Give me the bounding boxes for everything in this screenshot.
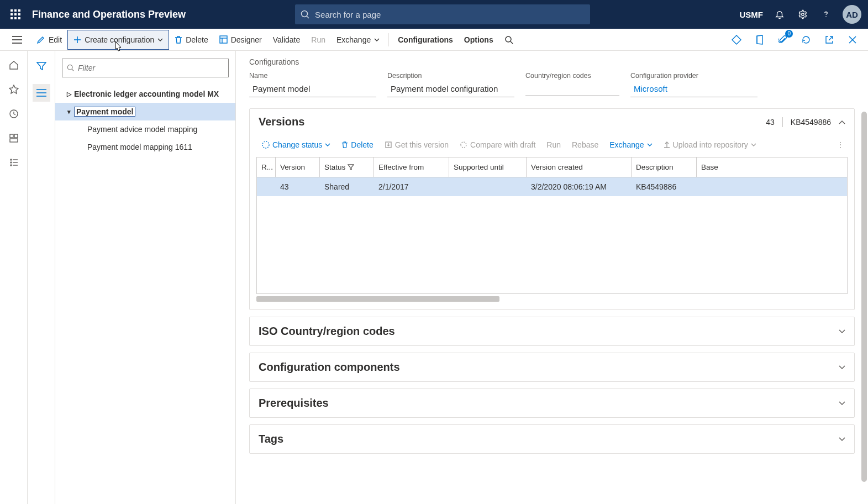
tree-item-label: Payment model xyxy=(74,107,135,117)
col-effective[interactable]: Effective from xyxy=(374,158,449,177)
close-icon[interactable] xyxy=(844,31,861,49)
search-input[interactable] xyxy=(315,10,585,19)
field-label: Configuration provider xyxy=(630,72,757,80)
col-base[interactable]: Base xyxy=(697,158,847,177)
office-icon[interactable] xyxy=(751,31,769,49)
company-label[interactable]: USMF xyxy=(740,10,764,19)
chevron-down-icon xyxy=(374,38,380,41)
clock-icon[interactable] xyxy=(7,107,20,120)
tree-filter[interactable] xyxy=(62,59,229,77)
col-status[interactable]: Status xyxy=(320,158,374,177)
versions-count: 43 xyxy=(766,118,775,127)
tree-item-payment-model[interactable]: ▾ Payment model xyxy=(55,103,235,120)
section-title: Tags xyxy=(259,433,283,445)
cell-base xyxy=(697,183,847,190)
filter-icon[interactable] xyxy=(33,57,50,75)
plus-icon xyxy=(73,36,81,44)
cell-description: KB4549886 xyxy=(632,179,697,195)
configurations-label: Configurations xyxy=(398,35,453,44)
field-value[interactable] xyxy=(525,82,619,96)
diamond-icon[interactable] xyxy=(728,31,745,49)
tree-filter-input[interactable] xyxy=(78,64,224,72)
svg-rect-30 xyxy=(10,139,18,142)
search-icon xyxy=(504,35,513,44)
cell-effective: 2/1/2017 xyxy=(374,179,449,195)
help-icon[interactable] xyxy=(819,8,833,21)
star-icon[interactable] xyxy=(7,83,20,96)
versions-section: Versions 43 KB4549886 Change status Dele… xyxy=(249,108,855,310)
popout-icon[interactable] xyxy=(820,31,838,49)
vertical-scrollbar[interactable] xyxy=(861,112,867,487)
col-version[interactable]: Version xyxy=(276,158,320,177)
svg-line-23 xyxy=(511,41,513,44)
exchange-label: Exchange xyxy=(336,35,371,44)
delete-button[interactable]: Delete xyxy=(169,30,213,50)
svg-rect-28 xyxy=(10,134,13,138)
command-search-button[interactable] xyxy=(499,30,519,50)
field-value[interactable]: Microsoft xyxy=(630,82,757,97)
version-delete-button[interactable]: Delete xyxy=(338,138,376,151)
options-label: Options xyxy=(464,35,493,44)
modules-icon[interactable] xyxy=(7,156,20,169)
body: ▷ Electronic ledger accounting model MX … xyxy=(0,51,868,504)
version-exchange-button[interactable]: Exchange xyxy=(606,138,655,151)
designer-button[interactable]: Designer xyxy=(214,30,267,50)
avatar[interactable]: AD xyxy=(843,5,861,24)
svg-rect-2 xyxy=(18,9,20,12)
col-description[interactable]: Description xyxy=(632,158,697,177)
table-row[interactable]: 43 Shared 2/1/2017 3/2/2020 08:06:19 AM … xyxy=(257,177,847,196)
tree-item-payment-mapping-1611[interactable]: Payment model mapping 1611 xyxy=(62,138,229,156)
svg-rect-29 xyxy=(14,134,18,138)
svg-point-31 xyxy=(10,159,12,160)
chevron-down-icon xyxy=(647,143,653,146)
tree-toolbar-strip xyxy=(28,51,55,504)
tree-item-electronic-ledger[interactable]: ▷ Electronic ledger accounting model MX xyxy=(62,85,229,103)
chevron-down-icon xyxy=(839,401,845,406)
svg-rect-3 xyxy=(10,13,13,15)
command-bar: Edit Create configuration Delete Designe… xyxy=(0,29,868,51)
app-title: Finance and Operations Preview xyxy=(32,9,186,20)
exchange-button[interactable]: Exchange xyxy=(331,30,385,50)
bell-icon[interactable] xyxy=(773,8,786,21)
edit-button[interactable]: Edit xyxy=(31,30,67,50)
components-section: Configuration components xyxy=(249,353,855,382)
svg-point-9 xyxy=(302,11,308,17)
horizontal-scrollbar[interactable] xyxy=(256,295,848,303)
col-r[interactable]: R... xyxy=(257,158,276,177)
hamburger-icon[interactable] xyxy=(12,36,22,44)
global-search[interactable] xyxy=(295,4,590,24)
tree-item-payment-advice[interactable]: Payment advice model mapping xyxy=(62,120,229,138)
breadcrumb: Configurations xyxy=(249,57,855,66)
get-version-button: Get this version xyxy=(381,138,452,151)
prereq-header[interactable]: Prerequisites xyxy=(250,389,854,417)
refresh-icon[interactable] xyxy=(797,31,815,49)
field-value[interactable]: Payment model configuration xyxy=(387,82,514,97)
options-tab[interactable]: Options xyxy=(459,30,499,50)
field-value[interactable]: Payment model xyxy=(249,82,376,97)
configurations-tab[interactable]: Configurations xyxy=(392,30,459,50)
validate-label: Validate xyxy=(273,35,301,44)
iso-header[interactable]: ISO Country/region codes xyxy=(250,317,854,345)
home-icon[interactable] xyxy=(7,59,20,72)
caret-right-icon: ▷ xyxy=(64,91,74,98)
tags-header[interactable]: Tags xyxy=(250,425,854,453)
list-view-icon[interactable] xyxy=(33,84,50,102)
workspace-icon[interactable] xyxy=(7,132,20,145)
chevron-up-icon xyxy=(839,120,845,124)
app-launcher-icon[interactable] xyxy=(7,6,24,23)
gear-icon[interactable] xyxy=(796,8,809,21)
col-created[interactable]: Version created xyxy=(527,158,632,177)
create-configuration-button[interactable]: Create configuration xyxy=(67,30,169,50)
validate-button[interactable]: Validate xyxy=(267,30,306,50)
col-supported[interactable]: Supported until xyxy=(449,158,527,177)
attach-icon[interactable]: 0 xyxy=(774,31,792,49)
components-header[interactable]: Configuration components xyxy=(250,353,854,381)
attach-badge: 0 xyxy=(785,30,793,38)
chevron-down-icon xyxy=(157,38,163,41)
versions-header[interactable]: Versions 43 KB4549886 xyxy=(250,109,854,135)
chevron-down-icon xyxy=(839,329,845,334)
delete-label: Delete xyxy=(186,35,208,44)
change-status-button[interactable]: Change status xyxy=(259,138,334,151)
svg-point-11 xyxy=(802,13,804,16)
more-button[interactable]: ⋮ xyxy=(833,138,848,151)
